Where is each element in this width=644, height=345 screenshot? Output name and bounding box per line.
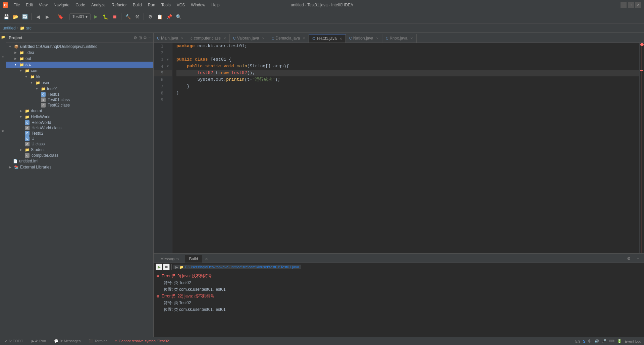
breadcrumb-folder[interactable]: src	[26, 26, 32, 30]
project-panel-icon[interactable]: 📁	[0, 34, 6, 40]
tree-item-U-class[interactable]: c U.class	[6, 141, 153, 147]
tab-close-Demacia[interactable]: ✕	[303, 37, 305, 40]
event-log-button[interactable]: Event Log	[625, 339, 641, 343]
menu-window[interactable]: Window	[188, 1, 208, 9]
tab-Valoran-java[interactable]: C Valoran.java ✕	[230, 34, 268, 43]
menu-edit[interactable]: Edit	[23, 1, 36, 9]
build-error-row-1[interactable]: ⊗ Error:(5, 9) java: 找不到符号	[154, 273, 644, 279]
structure-panel-icon[interactable]: ≡	[0, 54, 6, 60]
tree-item-user[interactable]: ▼ 📁 user	[6, 80, 153, 86]
messages-button-status[interactable]: 💬 0: Messages	[52, 339, 83, 344]
minimize-button[interactable]: ─	[621, 2, 627, 8]
tree-item-out[interactable]: ▶ 📁 out	[6, 56, 153, 62]
structure-button[interactable]: 📋	[156, 13, 164, 21]
tree-item-untitled[interactable]: ▼ 📦 untitled C:\Users\hqk\Desktop\java\u…	[6, 44, 153, 50]
tab-close-Nation[interactable]: ✕	[376, 37, 379, 40]
sidebar-collapse-icon[interactable]: −	[148, 36, 151, 40]
tree-item-U-java[interactable]: C U	[6, 136, 153, 141]
tree-item-HelloWorld-class[interactable]: c HelloWorld.class	[6, 125, 153, 131]
bottom-collapse-icon[interactable]: −	[634, 255, 642, 263]
collapse-icon-Student: ▶	[18, 147, 23, 152]
task-button[interactable]: 📌	[165, 13, 173, 21]
search-everywhere-button[interactable]: 🔍	[174, 13, 182, 21]
sidebar-settings-icon[interactable]: ⚙	[133, 36, 137, 40]
menu-navigate[interactable]: Navigate	[51, 1, 72, 9]
tab-close-Main[interactable]: ✕	[181, 37, 183, 40]
bottom-settings-icon[interactable]: ⚙	[625, 255, 633, 263]
menu-code[interactable]: Code	[73, 1, 88, 9]
sidebar-gear-icon[interactable]: ⚙	[143, 36, 147, 40]
close-button[interactable]: ✕	[635, 2, 641, 8]
tree-item-Test02-java[interactable]: C Test02	[6, 131, 153, 136]
fold-3[interactable]: ▼	[165, 58, 170, 62]
tree-item-src[interactable]: ▼ 📁 src	[6, 62, 153, 68]
menu-help[interactable]: Help	[209, 1, 222, 9]
sidebar-layout-icon[interactable]: ⊞	[139, 36, 142, 40]
input-method-label: 中	[588, 339, 592, 344]
tree-item-Student[interactable]: ▶ 📁 Student	[6, 147, 153, 153]
maximize-button[interactable]: □	[628, 2, 634, 8]
stop-button[interactable]: ⏹	[111, 13, 119, 21]
code-editor[interactable]: 1 2 3 ▼ 4 ▼ 5	[154, 43, 644, 253]
rebuild-button[interactable]: ⚒	[133, 13, 141, 21]
tree-label-test01: test01	[47, 86, 58, 91]
forward-button[interactable]: ▶	[43, 13, 51, 21]
debug-button[interactable]: 🐛	[101, 13, 109, 21]
tree-item-HelloWorld-folder[interactable]: ▼ 📁 HelloWorld	[6, 114, 153, 120]
build-button[interactable]: 🔨	[124, 13, 132, 21]
tree-item-Test01[interactable]: C Test01	[6, 92, 153, 97]
tab-close-Knox[interactable]: ✕	[410, 37, 413, 40]
tree-item-kk[interactable]: ▼ 📁 kk	[6, 74, 153, 80]
tree-item-Test02-class[interactable]: c Test02.class	[6, 102, 153, 108]
tab-close-Valoran[interactable]: ✕	[262, 37, 265, 40]
todo-button[interactable]: ✓ 6: TODO	[3, 339, 25, 344]
sync-button[interactable]: 🔄	[21, 13, 29, 21]
tree-item-idea[interactable]: ▶ 📁 .idea	[6, 50, 153, 56]
breadcrumb-folder-icon: 📁	[20, 26, 25, 30]
menu-build[interactable]: Build	[130, 1, 145, 9]
code-content[interactable]: package com.kk.user.test01; public class…	[172, 43, 639, 253]
tree-item-Test01-class[interactable]: c Test01.class	[6, 97, 153, 102]
build-stop-button[interactable]: ⏹	[163, 264, 170, 270]
tree-item-HelloWorld-java[interactable]: C HelloWorld	[6, 120, 153, 125]
build-error-row-2[interactable]: ⊗ Error:(5, 22) java: 找不到符号	[154, 293, 644, 299]
menu-run[interactable]: Run	[145, 1, 158, 9]
menu-file[interactable]: File	[11, 1, 22, 9]
tab-computer-class[interactable]: c computer.class ✕	[187, 34, 230, 43]
fold-4[interactable]: ▼	[165, 65, 170, 68]
run-config-selector[interactable]: Test01 ▾	[69, 13, 91, 20]
build-rerun-button[interactable]: ▶	[156, 264, 162, 270]
tree-item-com[interactable]: ▼ 📁 com	[6, 68, 153, 74]
tree-item-duotai[interactable]: ▶ 📁 duotai	[6, 108, 153, 114]
tab-Test01-java[interactable]: C Test01.java ✕	[309, 34, 346, 43]
tab-close-Test01[interactable]: ✕	[339, 37, 342, 41]
tab-Demacia-java[interactable]: C Demacia.java ✕	[268, 34, 309, 43]
bottom-tab-close[interactable]: ✕	[205, 257, 208, 261]
bookmark-button[interactable]: 🔖	[56, 13, 64, 21]
run-button-status[interactable]: ▶ 4: Run	[30, 339, 48, 344]
menu-tools[interactable]: Tools	[159, 1, 173, 9]
bottom-tab-build[interactable]: Build	[185, 255, 203, 263]
menu-vcs[interactable]: VCS	[174, 1, 188, 9]
settings-button[interactable]: ⚙	[146, 13, 154, 21]
breadcrumb-project[interactable]: untitled	[3, 26, 16, 30]
tree-item-untitled-iml[interactable]: 📄 untitled.iml	[6, 158, 153, 164]
bottom-tab-messages[interactable]: Messages	[156, 255, 183, 263]
terminal-button-status[interactable]: ⬛ Terminal	[87, 339, 110, 344]
tree-item-external-libraries[interactable]: ▶ 📚 External Libraries	[6, 164, 153, 170]
tree-item-computer-class[interactable]: c computer.class	[6, 153, 153, 158]
tab-Nation-java[interactable]: C Nation.java ✕	[346, 34, 382, 43]
menu-refactor[interactable]: Refactor	[109, 1, 129, 9]
run-button[interactable]: ▶	[92, 13, 100, 21]
menu-analyze[interactable]: Analyze	[89, 1, 108, 9]
favorites-panel-icon[interactable]: ★	[0, 128, 6, 133]
tab-close-computer[interactable]: ✕	[223, 37, 226, 40]
tab-Knox-java[interactable]: C Knox.java ✕	[382, 34, 417, 43]
open-button[interactable]: 📂	[11, 13, 19, 21]
back-button[interactable]: ◀	[34, 13, 42, 21]
tab-Main-java[interactable]: C Main.java ✕	[154, 34, 187, 43]
build-path-label[interactable]: C:\Users\hqk\Desktop\java\untitled\src\c…	[185, 265, 299, 269]
menu-view[interactable]: View	[36, 1, 50, 9]
save-button[interactable]: 💾	[2, 13, 10, 21]
tree-item-test01[interactable]: ▼ 📁 test01	[6, 86, 153, 92]
